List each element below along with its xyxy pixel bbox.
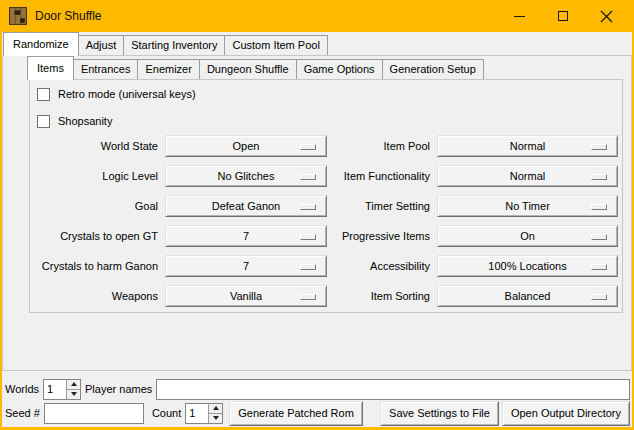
- logic-level-label: Logic Level: [15, 165, 158, 187]
- generate-rom-button[interactable]: Generate Patched Rom: [229, 401, 363, 426]
- dropdown-indicator-icon: [591, 234, 607, 240]
- crystals-ganon-dropdown[interactable]: 7: [165, 255, 327, 277]
- spin-down-icon: [213, 416, 219, 420]
- worlds-spinbox[interactable]: [43, 379, 81, 400]
- weapons-dropdown[interactable]: Vanilla: [165, 285, 327, 307]
- progressive-items-label: Progressive Items: [318, 225, 430, 247]
- dropdown-indicator-icon: [300, 234, 316, 240]
- item-functionality-label: Item Functionality: [318, 165, 430, 187]
- count-spin-down-button[interactable]: [209, 414, 222, 423]
- close-icon: [600, 10, 613, 23]
- crystals-ganon-label: Crystals to harm Ganon: [15, 255, 158, 277]
- player-names-input[interactable]: [156, 379, 630, 400]
- dropdown-indicator-icon: [300, 204, 316, 210]
- worlds-input[interactable]: [44, 380, 66, 399]
- tab-randomize[interactable]: Randomize: [3, 32, 79, 56]
- seed-input[interactable]: [44, 403, 144, 424]
- count-spin-up-button[interactable]: [209, 404, 222, 414]
- worlds-spin-arrows: [66, 380, 80, 399]
- item-functionality-value: Normal: [510, 170, 545, 182]
- item-pool-dropdown[interactable]: Normal: [437, 135, 618, 157]
- save-settings-button[interactable]: Save Settings to File: [380, 401, 499, 426]
- maximize-button[interactable]: [540, 0, 585, 32]
- app-icon: [9, 7, 27, 25]
- minimize-button[interactable]: [497, 0, 542, 32]
- open-output-button[interactable]: Open Output Directory: [502, 401, 630, 426]
- world-state-label: World State: [15, 135, 158, 157]
- progressive-items-value: On: [520, 230, 535, 242]
- crystals-gt-value: 7: [243, 230, 249, 242]
- dropdown-indicator-icon: [591, 204, 607, 210]
- item-functionality-dropdown[interactable]: Normal: [437, 165, 618, 187]
- maximize-icon: [558, 11, 568, 21]
- dropdown-indicator-icon: [591, 174, 607, 180]
- accessibility-label: Accessibility: [318, 255, 430, 277]
- goal-value: Defeat Ganon: [212, 200, 281, 212]
- world-state-value: Open: [233, 140, 260, 152]
- tab-game-options[interactable]: Game Options: [296, 59, 383, 79]
- dropdown-indicator-icon: [300, 174, 316, 180]
- outer-tab-strip: Randomize Adjust Starting Inventory Cust…: [3, 33, 327, 55]
- count-spinbox[interactable]: [185, 403, 223, 424]
- tab-items[interactable]: Items: [27, 56, 74, 80]
- player-names-label: Player names: [85, 383, 152, 395]
- minimize-icon: [514, 16, 525, 17]
- goal-label: Goal: [15, 195, 158, 217]
- spin-up-icon: [71, 382, 77, 386]
- worlds-label: Worlds: [5, 383, 39, 395]
- tab-entrances[interactable]: Entrances: [73, 59, 139, 79]
- retro-mode-checkbox-row[interactable]: Retro mode (universal keys): [37, 87, 196, 101]
- tab-generation-setup[interactable]: Generation Setup: [382, 59, 484, 79]
- crystals-gt-dropdown[interactable]: 7: [165, 225, 327, 247]
- item-sorting-value: Balanced: [505, 290, 551, 302]
- count-input[interactable]: [186, 404, 208, 423]
- tab-adjust[interactable]: Adjust: [78, 35, 125, 55]
- timer-setting-label: Timer Setting: [318, 195, 430, 217]
- app-window: Door Shuffle Randomize Adjust Starting I…: [0, 0, 634, 430]
- count-label: Count: [152, 407, 181, 419]
- dropdown-indicator-icon: [591, 264, 607, 270]
- dropdown-indicator-icon: [591, 144, 607, 150]
- retro-mode-checkbox[interactable]: [37, 88, 50, 101]
- spin-down-icon: [71, 392, 77, 396]
- close-button[interactable]: [584, 0, 629, 32]
- dropdown-indicator-icon: [300, 294, 316, 300]
- logic-level-dropdown[interactable]: No Glitches: [165, 165, 327, 187]
- shopsanity-checkbox[interactable]: [37, 115, 50, 128]
- item-pool-value: Normal: [510, 140, 545, 152]
- timer-setting-value: No Timer: [505, 200, 550, 212]
- titlebar[interactable]: Door Shuffle: [0, 0, 634, 32]
- accessibility-dropdown[interactable]: 100% Locations: [437, 255, 618, 277]
- accessibility-value: 100% Locations: [488, 260, 566, 272]
- item-pool-label: Item Pool: [318, 135, 430, 157]
- dropdown-indicator-icon: [591, 294, 607, 300]
- weapons-label: Weapons: [15, 285, 158, 307]
- window-title: Door Shuffle: [35, 9, 102, 23]
- item-sorting-dropdown[interactable]: Balanced: [437, 285, 618, 307]
- shopsanity-label: Shopsanity: [58, 115, 112, 127]
- tab-custom-item-pool[interactable]: Custom Item Pool: [224, 35, 327, 55]
- weapons-value: Vanilla: [230, 290, 262, 302]
- item-sorting-label: Item Sorting: [318, 285, 430, 307]
- tab-dungeon-shuffle[interactable]: Dungeon Shuffle: [199, 59, 297, 79]
- crystals-ganon-value: 7: [243, 260, 249, 272]
- footer-row-1: Worlds Player names: [5, 378, 630, 400]
- seed-label: Seed #: [5, 407, 40, 419]
- count-spin-arrows: [208, 404, 222, 423]
- logic-level-value: No Glitches: [218, 170, 275, 182]
- tab-starting-inventory[interactable]: Starting Inventory: [123, 35, 225, 55]
- dropdown-indicator-icon: [300, 264, 316, 270]
- inner-tab-strip: Items Entrances Enemizer Dungeon Shuffle…: [27, 57, 483, 79]
- progressive-items-dropdown[interactable]: On: [437, 225, 618, 247]
- world-state-dropdown[interactable]: Open: [165, 135, 327, 157]
- goal-dropdown[interactable]: Defeat Ganon: [165, 195, 327, 217]
- timer-setting-dropdown[interactable]: No Timer: [437, 195, 618, 217]
- worlds-spin-down-button[interactable]: [67, 390, 80, 399]
- footer-row-2: Seed # Count Generate Patched Rom Save S…: [5, 400, 630, 426]
- spin-up-icon: [213, 406, 219, 410]
- dropdown-indicator-icon: [300, 144, 316, 150]
- crystals-gt-label: Crystals to open GT: [15, 225, 158, 247]
- shopsanity-checkbox-row[interactable]: Shopsanity: [37, 114, 112, 128]
- tab-enemizer[interactable]: Enemizer: [137, 59, 199, 79]
- worlds-spin-up-button[interactable]: [67, 380, 80, 390]
